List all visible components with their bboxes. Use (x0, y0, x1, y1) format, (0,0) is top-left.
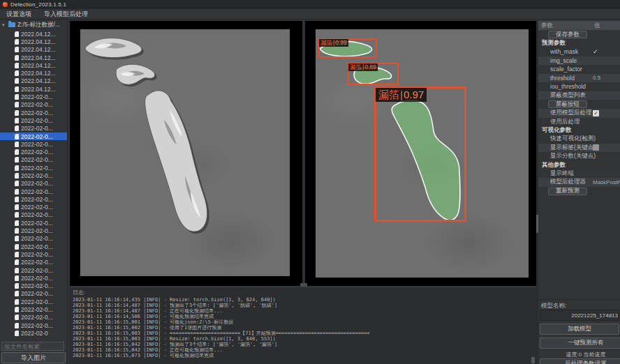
checkbox-checked-icon[interactable]: ✓ (593, 110, 599, 116)
tree-item[interactable]: 2022-02-0... (0, 274, 67, 282)
tree-item[interactable]: 2022-02-0... (0, 227, 67, 234)
param-action-button[interactable]: 保存参数 (548, 31, 587, 38)
tree-item[interactable]: 2022-02-0... (0, 243, 67, 250)
file-icon (15, 323, 19, 328)
tree-item[interactable]: 2022-02-0 (0, 329, 67, 337)
file-icon (15, 189, 19, 195)
log-line: 2023-01-11 16:16:15,003 |INFO| - =======… (70, 331, 536, 336)
tree-root[interactable]: ▾ Z:/5-标注数据/... (0, 20, 67, 29)
tree-item[interactable]: 2022-02-0... (0, 305, 67, 313)
tree-item-label: 2022-02-0... (21, 117, 53, 124)
file-icon (15, 118, 19, 123)
tree-item[interactable]: 2022-02-0... (0, 180, 67, 188)
param-table: 参数 值 保存参数预测参数with_mask✓img_scalescale_fa… (538, 21, 620, 196)
search-input[interactable] (1, 342, 64, 351)
tree-item-label: 2022.04.12... (21, 46, 56, 53)
tree-item[interactable]: 2022-02-0... (0, 156, 67, 164)
tree-item[interactable]: 2022-02-0... (0, 164, 67, 172)
file-icon (15, 228, 19, 234)
tree-item[interactable]: 2022-02-0... (0, 140, 67, 148)
tree-item-label: 2022.04.12... (21, 62, 56, 69)
param-action-button[interactable]: 重新预测 (548, 188, 587, 195)
param-name: iou_threshold (538, 83, 586, 90)
tree-item[interactable]: 2022-02-0... (0, 211, 67, 219)
param-row[interactable]: 模型后处理器MaskPostPro (538, 178, 620, 187)
model-name-field[interactable]: 20221225_174813 (540, 310, 619, 321)
defect-blobs (80, 29, 290, 276)
tree-item[interactable]: 2022-02-0... (0, 298, 67, 305)
file-icon (15, 149, 19, 155)
param-row[interactable]: 快速可视化(检测) (538, 135, 620, 144)
menu-item-import-postprocess[interactable]: 导入模型后处理 (38, 9, 94, 19)
checkbox-unchecked-icon[interactable] (593, 144, 599, 151)
tree-root-label: Z:/5-标注数据/... (17, 21, 60, 29)
param-row[interactable]: 显示分数(关键点) (538, 152, 620, 161)
param-row[interactable]: threshold0.5 (538, 74, 620, 83)
tree-item[interactable]: 2022-02-0... (0, 204, 67, 211)
param-action-button[interactable]: 屏蔽按钮 (548, 100, 587, 108)
param-row[interactable]: with_mask✓ (538, 47, 620, 56)
tree-item[interactable]: 2022-02-0... (0, 282, 67, 290)
tree-item-label: 2022-02-0... (21, 149, 53, 156)
param-row[interactable]: 显示标签(关键点) (538, 144, 620, 153)
folder-icon (8, 22, 15, 27)
param-row[interactable]: scale_factor (538, 65, 620, 74)
tree-item[interactable]: 2022.04.12... (0, 54, 67, 61)
tree-item-label: 2022-02-0... (21, 227, 53, 234)
file-icon (15, 307, 19, 312)
tree-item[interactable]: 2022-02-0... (0, 219, 67, 227)
tree-item[interactable]: 2022-02-0... (0, 235, 67, 243)
tree-item[interactable]: 2022-02-0... (0, 266, 67, 274)
file-icon (15, 220, 19, 226)
file-icon (15, 47, 19, 52)
tree-item[interactable]: 2022.04.12... (0, 69, 67, 77)
file-icon (15, 197, 19, 202)
tree-item[interactable]: 2022-02-0... (0, 188, 67, 195)
postprocess-params-button[interactable]: 后处理参数设置 (540, 358, 620, 364)
chevron-down-icon[interactable]: ▾ (2, 22, 6, 28)
param-row[interactable]: img_scale (538, 56, 620, 66)
import-images-button[interactable]: 导入图片 (1, 352, 66, 363)
tree-item-label: 2022-02-0... (21, 298, 53, 305)
tree-item[interactable]: 2022.04.12... (0, 61, 67, 69)
tree-item-label: 2022-02-0... (21, 109, 53, 116)
predict-all-button[interactable]: 一键预测所有 (540, 338, 620, 349)
tree-item[interactable]: 2022-02-0... (0, 172, 67, 179)
file-icon (15, 331, 19, 336)
tree-item-label: 2022-02-0... (21, 220, 53, 227)
menu-item-settings[interactable]: 设置选项 (0, 9, 38, 19)
title-bar: Detection_2023.1.5.1 (0, 0, 620, 9)
tree-item[interactable]: 2022-02-0... (0, 148, 67, 156)
tree-item[interactable]: 2022-02-0... (0, 125, 67, 132)
tree-item[interactable]: 2022-02-0... (0, 195, 67, 203)
file-icon (15, 236, 19, 241)
tree-item[interactable]: 2022-02-0... (0, 93, 67, 100)
tree-item[interactable]: 2022-02-0... (0, 321, 67, 329)
tree-item-label: 2022.04.12... (21, 31, 56, 38)
file-icon (15, 173, 19, 179)
param-button-row: 保存参数 (538, 30, 620, 39)
log-title: 日志: (70, 287, 536, 297)
tree-item[interactable]: 2022-02-0... (0, 101, 67, 109)
tree-item[interactable]: 2022.04.12... (0, 77, 67, 85)
viewer-area: 漏箔|0.99漏箔|0.89漏箔|0.97 日志: 2023-01-11 16:… (68, 20, 536, 364)
param-row[interactable]: 屏蔽类型列表 (538, 91, 620, 100)
log-scrollbar[interactable] (531, 357, 535, 363)
tree-item[interactable]: 2022.04.12... (0, 38, 67, 45)
tree-item[interactable]: 2022-02-0... (0, 250, 67, 258)
file-list: 2022.04.12...2022.04.12...2022.04.12...2… (0, 30, 67, 340)
tree-item[interactable]: 2022-02-0... (0, 290, 67, 298)
tree-item[interactable]: 2022.04.12... (0, 85, 67, 93)
tree-item[interactable]: 2022-02-0... (0, 132, 67, 140)
load-model-button[interactable]: 加载模型 (540, 324, 619, 335)
tree-item[interactable]: 2022.04.12... (0, 30, 67, 38)
tree-item[interactable]: 2022-02-0... (0, 314, 67, 321)
param-row[interactable]: iou_threshold (538, 82, 620, 91)
tree-item[interactable]: 2022-02-0... (0, 116, 67, 124)
param-row[interactable]: 显示终端 (538, 169, 620, 179)
tree-item[interactable]: 2022-02-0... (0, 259, 67, 266)
tree-item[interactable]: 2022-02-0... (0, 109, 67, 116)
param-row[interactable]: 使用后处理 (538, 118, 620, 127)
tree-item[interactable]: 2022.04.12... (0, 46, 67, 54)
param-row[interactable]: 使用模型后处理✓ (538, 109, 620, 118)
